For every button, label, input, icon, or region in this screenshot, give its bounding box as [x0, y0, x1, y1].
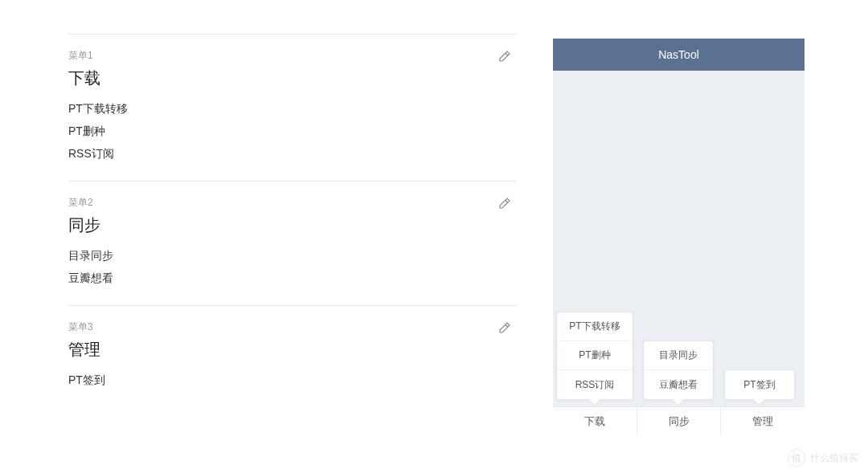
preview-panel: NasTool PT下载转移 PT删种 RSS订阅 目录同步 豆瓣想看 PT签到… — [553, 39, 805, 435]
watermark-text: 什么值得买 — [810, 451, 858, 465]
popup-item[interactable]: PT下载转移 — [557, 312, 633, 341]
menu-title: 下载 — [68, 67, 517, 89]
edit-icon[interactable] — [497, 196, 512, 210]
popup-item[interactable]: RSS订阅 — [557, 370, 633, 399]
menu-item: PT删种 — [68, 120, 517, 142]
menu-item: PT签到 — [68, 369, 517, 391]
edit-icon[interactable] — [497, 49, 512, 63]
menu-block-3: 菜单3 管理 PT签到 — [68, 305, 517, 407]
menu-title: 同步 — [68, 214, 517, 236]
menu-block-1: 菜单1 下载 PT下载转移 PT删种 RSS订阅 — [68, 34, 517, 181]
menu-item: RSS订阅 — [68, 142, 517, 165]
menu-title: 管理 — [68, 339, 517, 361]
popup-item[interactable]: PT删种 — [557, 341, 633, 370]
popup-menu-3: PT签到 — [724, 369, 795, 400]
popup-item[interactable]: 目录同步 — [644, 341, 713, 370]
preview-tab-bar: 下载 同步 管理 — [553, 406, 805, 435]
menu-label: 菜单2 — [68, 196, 517, 210]
menu-item: 目录同步 — [68, 244, 517, 267]
watermark-badge-icon: 值 — [788, 449, 805, 467]
menu-block-2: 菜单2 同步 目录同步 豆瓣想看 — [68, 181, 517, 305]
menu-label: 菜单3 — [68, 320, 517, 334]
popup-item[interactable]: PT签到 — [725, 370, 794, 399]
preview-tab[interactable]: 管理 — [721, 407, 805, 435]
preview-tab[interactable]: 下载 — [553, 407, 637, 435]
preview-tab[interactable]: 同步 — [637, 407, 722, 435]
edit-icon[interactable] — [497, 320, 512, 335]
preview-header: NasTool — [553, 39, 805, 71]
menu-label: 菜单1 — [68, 49, 517, 63]
popup-menu-1: PT下载转移 PT删种 RSS订阅 — [556, 312, 633, 400]
popup-item[interactable]: 豆瓣想看 — [644, 370, 713, 399]
menu-item: PT下载转移 — [68, 97, 517, 120]
popup-menu-2: 目录同步 豆瓣想看 — [643, 340, 714, 400]
menu-item: 豆瓣想看 — [68, 267, 517, 289]
menu-editor-column: 菜单1 下载 PT下载转移 PT删种 RSS订阅 菜单2 同步 目录同步 豆瓣想… — [68, 34, 517, 407]
watermark: 值 什么值得买 — [788, 449, 858, 467]
